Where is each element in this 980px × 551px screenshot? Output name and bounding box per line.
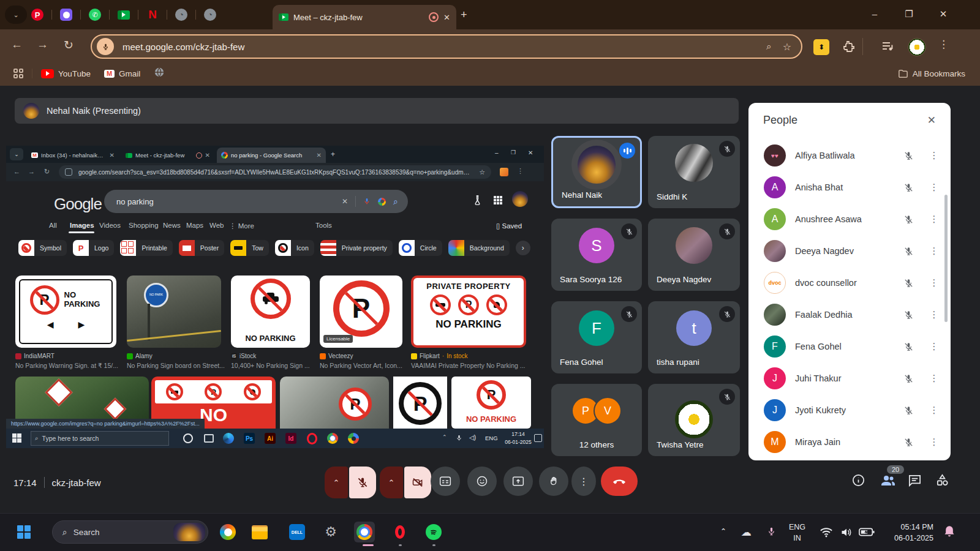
apps-grid-icon[interactable] bbox=[13, 69, 23, 78]
close-tab-icon[interactable]: ✕ bbox=[443, 13, 450, 22]
zoom-search-icon[interactable]: ⌕ bbox=[766, 41, 771, 52]
mute-button[interactable] bbox=[895, 151, 921, 161]
pinned-tab-purple-app[interactable] bbox=[56, 4, 77, 25]
activities-button[interactable] bbox=[935, 473, 949, 490]
mute-button[interactable] bbox=[895, 310, 921, 320]
minimize-button[interactable]: – bbox=[862, 9, 887, 19]
chat-button[interactable] bbox=[908, 473, 922, 490]
tile-deeya-nagdev[interactable]: Deeya Nagdev bbox=[648, 219, 740, 291]
bookmark-gmail[interactable]: M Gmail bbox=[104, 69, 140, 78]
spotify-button[interactable] bbox=[423, 522, 444, 542]
start-button[interactable] bbox=[13, 522, 34, 542]
forward-icon[interactable]: → bbox=[37, 38, 48, 51]
mute-button[interactable] bbox=[895, 342, 921, 352]
pinned-tab-site1[interactable]: ◔ bbox=[171, 4, 192, 25]
wifi-icon[interactable] bbox=[820, 527, 833, 538]
extensions-puzzle-icon[interactable] bbox=[842, 39, 856, 56]
onedrive-cloud-icon[interactable]: ☁ bbox=[741, 526, 752, 539]
taskbar-clock[interactable]: 05:14 PM06-01-2025 bbox=[881, 522, 933, 544]
battery-icon[interactable] bbox=[859, 527, 875, 537]
people-button[interactable] bbox=[880, 473, 896, 489]
more-options-icon[interactable]: ⋮ bbox=[921, 373, 947, 384]
present-button[interactable] bbox=[503, 467, 533, 496]
close-window-button[interactable]: ✕ bbox=[931, 9, 956, 20]
mute-button[interactable] bbox=[895, 373, 921, 384]
taskbar-search[interactable]: ⌕ Search bbox=[52, 520, 208, 544]
tile-fena-gohel[interactable]: F Fena Gohel bbox=[551, 301, 642, 373]
people-row[interactable]: MMiraya Jain⋮ bbox=[748, 426, 951, 458]
new-tab-button[interactable]: + bbox=[461, 9, 467, 21]
people-row[interactable]: AAnushree Asawa⋮ bbox=[748, 203, 951, 235]
mute-button[interactable] bbox=[895, 437, 921, 448]
tile-twisha-yetre[interactable]: Twisha Yetre bbox=[648, 384, 740, 456]
mic-options-button[interactable]: ⌃ bbox=[325, 467, 348, 498]
mic-toggle-button[interactable] bbox=[349, 467, 376, 498]
end-call-button[interactable] bbox=[601, 467, 638, 496]
tile-tisha-rupani[interactable]: t tisha rupani bbox=[648, 301, 740, 373]
tile-overflow-others[interactable]: P V 12 others bbox=[551, 384, 642, 456]
opera-button[interactable] bbox=[390, 522, 410, 542]
more-options-icon[interactable]: ⋮ bbox=[921, 437, 947, 448]
profile-avatar[interactable] bbox=[908, 38, 926, 56]
more-options-icon[interactable]: ⋮ bbox=[921, 150, 947, 161]
people-row[interactable]: JJyoti Kukrety⋮ bbox=[748, 394, 951, 426]
extension-updown-icon[interactable]: ⬍ bbox=[813, 39, 829, 55]
tile-sara-soorya[interactable]: S Sara Soorya 126 bbox=[551, 219, 642, 291]
camera-options-button[interactable]: ⌃ bbox=[380, 467, 403, 498]
more-options-icon[interactable]: ⋮ bbox=[921, 341, 947, 352]
tab-groups-icon[interactable] bbox=[881, 40, 894, 55]
scrollbar-thumb[interactable] bbox=[944, 195, 948, 322]
more-options-icon[interactable]: ⋮ bbox=[921, 246, 947, 257]
mute-button[interactable] bbox=[895, 214, 921, 225]
close-panel-icon[interactable]: ✕ bbox=[927, 114, 936, 127]
notification-bell-icon[interactable] bbox=[943, 525, 956, 539]
pinned-tab-meet[interactable] bbox=[113, 4, 134, 25]
pinned-tab-netflix[interactable]: N bbox=[142, 4, 163, 25]
tile-siddhi-k[interactable]: Siddhi K bbox=[648, 136, 740, 208]
more-options-button[interactable]: ⋮ bbox=[571, 467, 596, 496]
tray-chevron-icon[interactable]: ⌃ bbox=[720, 527, 726, 536]
copilot-button[interactable] bbox=[217, 522, 238, 542]
more-options-icon[interactable]: ⋮ bbox=[921, 309, 947, 320]
back-icon[interactable]: ← bbox=[11, 38, 23, 51]
mute-button[interactable] bbox=[895, 182, 921, 193]
mic-icon[interactable] bbox=[97, 38, 114, 55]
chrome-button-active[interactable] bbox=[354, 522, 375, 542]
raise-hand-button[interactable] bbox=[539, 467, 568, 496]
pinned-tab-site2[interactable]: ◔ bbox=[200, 4, 221, 25]
bookmark-star-icon[interactable]: ☆ bbox=[783, 41, 791, 53]
dell-app-button[interactable]: DELL bbox=[287, 522, 307, 542]
people-row[interactable]: FFena Gohel⋮ bbox=[748, 331, 951, 362]
mic-tray-icon[interactable] bbox=[767, 525, 776, 538]
people-row[interactable]: Deeya Nagdev⋮ bbox=[748, 235, 951, 267]
bookmark-youtube[interactable]: YouTube bbox=[41, 69, 91, 78]
settings-button[interactable]: ⚙ bbox=[320, 522, 341, 542]
pinned-tab-pinterest[interactable]: P bbox=[27, 4, 48, 25]
volume-icon[interactable] bbox=[840, 527, 853, 538]
people-row[interactable]: ♥♥Alfiya Batliwala⋮ bbox=[748, 140, 951, 171]
active-tab[interactable]: Meet – ckz-jtab-few ✕ bbox=[273, 5, 456, 29]
bookmark-globe-icon[interactable] bbox=[154, 67, 165, 80]
tab-search-button[interactable]: ⌄ bbox=[5, 6, 27, 24]
more-options-icon[interactable]: ⋮ bbox=[921, 182, 947, 193]
more-options-icon[interactable]: ⋮ bbox=[921, 405, 947, 416]
reactions-button[interactable] bbox=[467, 467, 497, 496]
people-row[interactable]: AAnisha Bhat⋮ bbox=[748, 171, 951, 203]
people-row[interactable]: dvocdvoc counsellor⋮ bbox=[748, 267, 951, 299]
browser-menu-icon[interactable]: ⋮ bbox=[938, 38, 949, 51]
mute-button[interactable] bbox=[895, 246, 921, 257]
meeting-details-button[interactable] bbox=[851, 473, 865, 490]
more-options-icon[interactable]: ⋮ bbox=[921, 214, 947, 225]
all-bookmarks-button[interactable]: All Bookmarks bbox=[898, 69, 965, 78]
mute-button[interactable] bbox=[895, 278, 921, 288]
people-row[interactable]: Faalak Dedhia⋮ bbox=[748, 299, 951, 331]
url-bar[interactable]: meet.google.com/ckz-jtab-few ⌕ ☆ bbox=[91, 34, 802, 59]
shared-screen-presentation[interactable]: ⌄ M Inbox (34) - nehalnaik81@gma..✕ Meet… bbox=[6, 146, 544, 448]
more-options-icon[interactable]: ⋮ bbox=[921, 277, 947, 288]
camera-toggle-button[interactable] bbox=[404, 467, 431, 498]
captions-button[interactable] bbox=[431, 467, 460, 496]
tile-nehal-naik[interactable]: Nehal Naik bbox=[551, 136, 642, 208]
pinned-tab-whatsapp[interactable]: ✆ bbox=[85, 4, 105, 25]
language-switcher[interactable]: ENGIN bbox=[789, 522, 805, 544]
restore-button[interactable]: ❐ bbox=[897, 9, 921, 20]
